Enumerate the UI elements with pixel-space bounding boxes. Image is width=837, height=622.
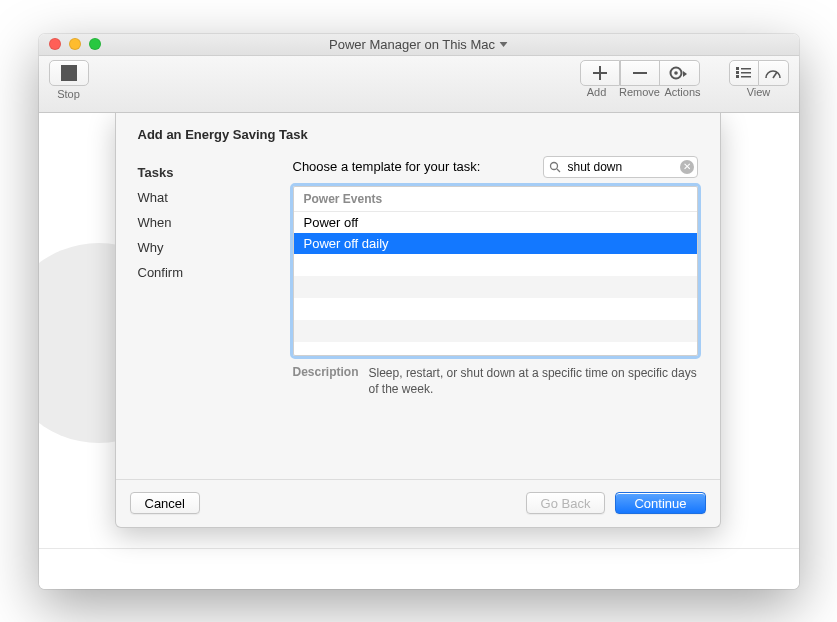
step-why[interactable]: Why xyxy=(138,235,293,260)
gauge-icon xyxy=(765,67,781,79)
svg-rect-3 xyxy=(736,67,739,70)
tool-add-button[interactable] xyxy=(580,60,620,86)
list-group-header: Power Events xyxy=(294,187,697,212)
view-gauge-button[interactable] xyxy=(759,60,789,86)
step-tasks[interactable]: Tasks xyxy=(138,160,293,185)
steps-list: Tasks What When Why Confirm xyxy=(138,156,293,479)
tool-label: Add xyxy=(577,86,617,98)
search-icon xyxy=(549,161,561,173)
minus-icon xyxy=(633,66,647,80)
template-prompt: Choose a template for your task: xyxy=(293,159,481,174)
list-item-power-off[interactable]: Power off xyxy=(294,212,697,233)
tool-remove-button[interactable] xyxy=(620,60,660,86)
search-input[interactable] xyxy=(543,156,698,178)
plus-icon xyxy=(593,66,607,80)
tool-label: Remove xyxy=(617,86,663,98)
add-task-sheet: Add an Energy Saving Task Tasks What Whe… xyxy=(115,113,721,528)
svg-rect-5 xyxy=(736,71,739,74)
svg-line-11 xyxy=(557,169,560,172)
search-field[interactable]: ✕ xyxy=(543,156,698,178)
template-listbox[interactable]: Power Events Power off Power off daily xyxy=(293,186,698,356)
main-area: Add an Energy Saving Task Tasks What Whe… xyxy=(39,113,799,589)
cancel-button[interactable]: Cancel xyxy=(130,492,200,514)
svg-rect-4 xyxy=(741,68,751,70)
divider xyxy=(39,548,799,549)
chevron-down-icon xyxy=(500,42,508,47)
sheet-title: Add an Energy Saving Task xyxy=(116,113,720,148)
tool-label: View xyxy=(747,86,771,98)
description-label: Description xyxy=(293,365,359,397)
app-window: Power Manager on This Mac Stop xyxy=(39,34,799,589)
window-title-dropdown[interactable]: Power Manager on This Mac xyxy=(329,37,508,52)
step-confirm[interactable]: Confirm xyxy=(138,260,293,285)
list-icon xyxy=(736,67,751,78)
view-list-button[interactable] xyxy=(729,60,759,86)
go-back-button[interactable]: Go Back xyxy=(526,492,606,514)
svg-line-9 xyxy=(773,72,777,78)
tool-stop[interactable]: Stop xyxy=(49,60,89,100)
window-zoom-button[interactable] xyxy=(89,38,101,50)
titlebar: Power Manager on This Mac xyxy=(39,34,799,56)
window-close-button[interactable] xyxy=(49,38,61,50)
svg-point-10 xyxy=(550,162,557,169)
gear-icon xyxy=(669,66,689,80)
window-title: Power Manager on This Mac xyxy=(329,37,495,52)
svg-rect-0 xyxy=(633,72,647,74)
description-text: Sleep, restart, or shut down at a specif… xyxy=(369,365,698,397)
svg-rect-7 xyxy=(736,75,739,78)
continue-button[interactable]: Continue xyxy=(615,492,705,514)
stop-icon xyxy=(61,65,77,81)
tool-label: Actions xyxy=(663,86,703,98)
tool-actions-button[interactable] xyxy=(660,60,700,86)
svg-rect-8 xyxy=(741,76,751,78)
svg-point-2 xyxy=(674,71,678,75)
clear-search-icon[interactable]: ✕ xyxy=(680,160,694,174)
description-area: Description Sleep, restart, or shut down… xyxy=(293,356,698,397)
list-item-power-off-daily[interactable]: Power off daily xyxy=(294,233,697,254)
step-what[interactable]: What xyxy=(138,185,293,210)
toolbar: Stop Add xyxy=(39,56,799,113)
svg-rect-6 xyxy=(741,72,751,74)
empty-rows xyxy=(294,254,697,356)
step-when[interactable]: When xyxy=(138,210,293,235)
tool-label: Stop xyxy=(57,88,80,100)
sheet-footer: Cancel Go Back Continue xyxy=(116,479,720,527)
window-minimize-button[interactable] xyxy=(69,38,81,50)
